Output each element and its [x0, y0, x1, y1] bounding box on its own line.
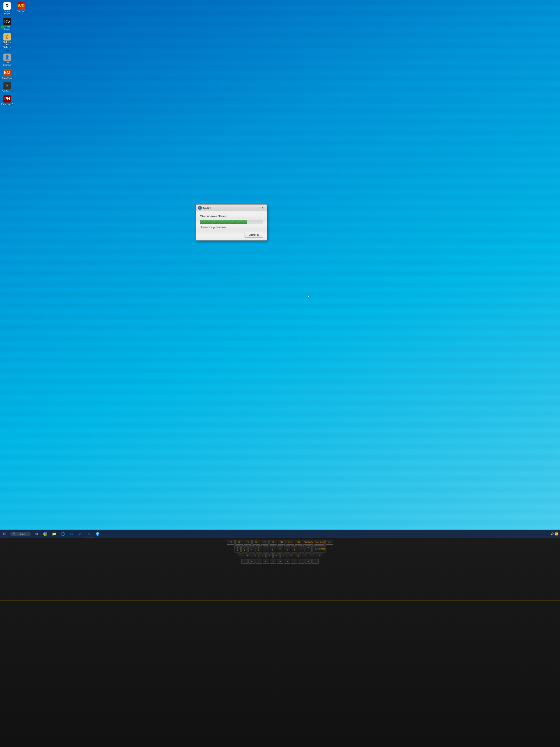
desktop-icon-blackmesa[interactable]: BM Black Mesa: [1, 69, 13, 79]
key-g2[interactable]: Г: [263, 559, 269, 564]
key-0[interactable]: )0: [291, 545, 297, 552]
key-z[interactable]: З: [302, 553, 308, 558]
chrome-icon[interactable]: [41, 530, 49, 538]
key-9[interactable]: (9: [284, 545, 290, 552]
desktop-icon-autoclicker[interactable]: 🖱 AutoClicker: [1, 82, 13, 93]
edge-icon[interactable]: 🌐: [58, 530, 67, 538]
steam-taskbar-icon[interactable]: ♨: [85, 530, 93, 538]
key-q[interactable]: ?: [277, 545, 283, 552]
key-sh2[interactable]: Ш: [270, 559, 276, 564]
keyboard-row-2: Е А Н Г Ш Щ З Х О Р П: [1, 559, 559, 564]
icon-row-6: 🖱 AutoClicker: [1, 82, 27, 93]
desktop-icon-stick[interactable]: 🏌 Stick It to the Stickman D...: [1, 33, 13, 51]
start-button[interactable]: ⊞: [0, 530, 9, 538]
key-f7[interactable]: F7: [252, 540, 260, 545]
icon-row-3: 🏌 Stick It to the Stickman D...: [1, 33, 27, 51]
dialog-title-text: Steam: [203, 206, 211, 209]
globe-icon[interactable]: 🌍: [93, 530, 102, 538]
key-pause[interactable]: Pause Break: [314, 540, 325, 545]
key-f12[interactable]: F12: [295, 540, 302, 545]
key-o[interactable]: Е: [266, 553, 273, 558]
roblox-player-icon: R: [3, 2, 11, 9]
winrar-icon: WR: [18, 2, 25, 9]
desktop-icon-parthard[interactable]: PH Party Hard 2: [1, 95, 13, 105]
key-8[interactable]: *8: [270, 545, 276, 552]
dude-icon: 👤: [3, 54, 11, 61]
keyboard-row-fn: F4 F5 F6 F7 F8 F9 F10 F11 F12 PrtSc SysR…: [1, 540, 559, 545]
mail-icon[interactable]: ✉: [67, 530, 76, 538]
key-f6[interactable]: F6: [244, 540, 251, 545]
key-n2[interactable]: Н: [256, 559, 262, 564]
desktop-icon-roblox-player[interactable]: R Roblox Player: [1, 2, 13, 15]
key-prtsc[interactable]: PrtSc SysRq: [303, 540, 314, 545]
steam-dialog: S Steam — ✕ Обновление Steam... Проверка…: [196, 204, 267, 240]
desktop: R Roblox Player WR WinRAR ▶ RS Roblox St…: [0, 0, 560, 538]
autoclicker-label: AutoClicker: [2, 90, 12, 93]
key-shch2[interactable]: Щ: [277, 559, 283, 564]
steam-logo-icon: S: [198, 206, 202, 210]
parthard-icon: PH: [3, 95, 11, 103]
taskbar-pinned-icons: ⧉ 📁 🌐 ✉ 🛍: [32, 530, 102, 538]
cancel-button[interactable]: Отмена: [244, 232, 263, 237]
key-p[interactable]: П: [312, 559, 319, 564]
taskbar-search[interactable]: 🔍 Поиск: [10, 532, 31, 536]
key-f5[interactable]: F5: [235, 540, 243, 545]
laptop-frame: R Roblox Player WR WinRAR ▶ RS Roblox St…: [0, 0, 560, 747]
key-shch[interactable]: Щ: [295, 553, 301, 558]
key-sh[interactable]: Ш: [288, 553, 294, 558]
winrar-label: WinRAR: [18, 10, 25, 12]
dialog-titlebar: S Steam — ✕: [196, 205, 267, 211]
key-kh[interactable]: Х: [309, 553, 315, 558]
dude-label: Dude Simulator: [1, 61, 13, 67]
key-kh2[interactable]: Х: [291, 559, 297, 564]
store-icon[interactable]: 🛍: [76, 530, 84, 538]
key-amp[interactable]: &7: [256, 545, 262, 552]
volume-icon[interactable]: 🔊: [551, 532, 554, 536]
blackmesa-label: Black Mesa: [2, 77, 12, 79]
icon-row-4: 👤 Dude Simulator: [1, 54, 27, 67]
dialog-controls: — ✕: [255, 206, 265, 210]
key-f10[interactable]: F10: [278, 540, 286, 545]
key-g[interactable]: Г: [281, 553, 287, 558]
network-icon[interactable]: 📶: [555, 532, 558, 536]
screen-area: R Roblox Player WR WinRAR ▶ RS Roblox St…: [0, 0, 560, 538]
key-z2[interactable]: З: [284, 559, 290, 564]
taskbar: ⊞ 🔍 Поиск ⧉: [0, 530, 560, 538]
key-6[interactable]: %6: [241, 545, 248, 552]
key-f4[interactable]: F4: [227, 540, 235, 545]
key-sign[interactable]: Ъ: [316, 553, 322, 558]
icon-row-1: R Roblox Player WR WinRAR: [1, 2, 27, 15]
explorer-icon[interactable]: 📁: [50, 530, 58, 538]
key-n[interactable]: Н: [273, 553, 280, 558]
keyboard-row-1: Т Ы У К Е Н Г Ш Щ З Х Ъ: [1, 553, 559, 558]
key-r[interactable]: Р: [305, 559, 312, 564]
key-y[interactable]: Ы: [245, 553, 251, 558]
minimize-button[interactable]: —: [255, 206, 260, 210]
key-5[interactable]: $5: [234, 545, 241, 552]
key-minus[interactable]: _-: [298, 545, 304, 552]
parthard-label: Party Hard 2: [1, 103, 13, 105]
key-a[interactable]: А: [248, 559, 255, 564]
key-colon[interactable]: ::: [263, 545, 269, 552]
key-7[interactable]: ^А: [248, 545, 255, 552]
key-plus[interactable]: +=: [305, 545, 312, 552]
stick-icon: 🏌: [3, 33, 11, 41]
key-o2[interactable]: О: [298, 559, 304, 564]
key-u[interactable]: У: [252, 553, 259, 558]
key-t[interactable]: Т: [238, 553, 244, 558]
desktop-icon-dude[interactable]: 👤 Dude Simulator: [1, 54, 13, 67]
key-f9[interactable]: F9: [269, 540, 277, 545]
autoclicker-icon: 🖱: [3, 82, 11, 89]
keyboard-row-num: $5 %6 ^А &7 :: *8 ? (9 )0 _- += ←Backspa…: [1, 545, 559, 552]
key-ins[interactable]: Ins: [325, 540, 333, 545]
taskview-button[interactable]: ⧉: [32, 530, 41, 538]
key-i[interactable]: К: [259, 553, 266, 558]
key-e[interactable]: Е: [241, 559, 248, 564]
dialog-body: Обновление Steam... Проверка установки..…: [196, 211, 267, 240]
close-button[interactable]: ✕: [261, 206, 265, 210]
key-f8[interactable]: F8: [261, 540, 269, 545]
key-f11[interactable]: F11: [286, 540, 294, 545]
taskbar-right-icons: 🔊 📶: [551, 532, 558, 536]
desktop-icon-winrar[interactable]: WR WinRAR: [15, 2, 27, 15]
key-backspace[interactable]: ←Backspace: [312, 545, 326, 552]
